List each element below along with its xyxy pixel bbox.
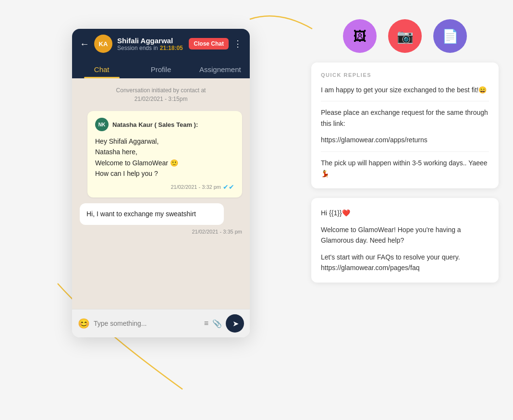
- quick-reply-2[interactable]: Please place an exchange request for the…: [321, 107, 489, 129]
- second-line-1[interactable]: Hi {{1}}❤️: [321, 208, 489, 218]
- message-text: Hey Shifali Aggarwal, Natasha here, Welc…: [95, 136, 234, 179]
- image-button[interactable]: 🖼: [343, 19, 377, 53]
- emoji-button[interactable]: 😊: [78, 318, 90, 329]
- send-button[interactable]: ➤: [226, 314, 244, 333]
- sender-name: Natasha Kaur ( Sales Team ):: [112, 121, 198, 128]
- close-chat-button[interactable]: Close Chat: [189, 38, 229, 49]
- camera-button[interactable]: 📷: [388, 19, 422, 53]
- tab-profile[interactable]: Profile: [131, 59, 190, 78]
- quick-reply-1[interactable]: I am happy to get your size exchanged to…: [321, 85, 489, 95]
- session-label: Session ends in: [117, 45, 158, 51]
- incoming-bubble: Hi, I want to exchange my sweatshirt: [80, 203, 224, 225]
- camera-icon: 📷: [397, 28, 414, 44]
- incoming-message: Hi, I want to exchange my sweatshirt 21/…: [80, 203, 242, 235]
- session-info: Session ends in 21:18:05: [117, 45, 184, 51]
- attach-icon[interactable]: 📎: [212, 319, 222, 328]
- icon-buttons-row: 🖼 📷 📄: [311, 19, 499, 53]
- back-button[interactable]: ←: [80, 38, 89, 49]
- conversation-init: Conversation initiated by contact at 21/…: [80, 86, 242, 103]
- divider-2: [321, 151, 489, 152]
- list-icon[interactable]: ≡: [204, 319, 208, 328]
- quick-reply-link[interactable]: https://glamowear.com/apps/returns: [321, 135, 489, 145]
- document-icon: 📄: [442, 28, 459, 44]
- chat-widget: ← KA Shifali Aggarwal Session ends in 21…: [72, 29, 250, 337]
- header-info: Shifali Aggarwal Session ends in 21:18:0…: [117, 37, 184, 51]
- message-input[interactable]: [94, 320, 200, 327]
- right-panel: 🖼 📷 📄 QUICK REPLIES I am happy to get yo…: [311, 19, 499, 283]
- second-quick-reply-card: Hi {{1}}❤️ Welcome to GlamoWear! Hope yo…: [311, 198, 499, 283]
- chat-input-bar: 😊 ≡ 📎 ➤: [72, 309, 250, 337]
- chat-header: ← KA Shifali Aggarwal Session ends in 21…: [72, 29, 250, 59]
- message-sender: NK Natasha Kaur ( Sales Team ):: [95, 118, 234, 131]
- session-timer: 21:18:05: [160, 45, 183, 51]
- avatar: KA: [94, 35, 112, 53]
- divider: [321, 101, 489, 101]
- agent-message-bubble: NK Natasha Kaur ( Sales Team ): Hey Shif…: [87, 111, 242, 198]
- second-line-3[interactable]: Let's start with our FAQs to resolve you…: [321, 252, 489, 273]
- quick-replies-card: QUICK REPLIES I am happy to get your siz…: [311, 62, 499, 188]
- tab-assignement[interactable]: Assignement: [191, 59, 250, 78]
- incoming-time: 21/02/2021 - 3:35 pm: [80, 229, 242, 235]
- send-icon: ➤: [232, 319, 239, 328]
- agent-avatar: NK: [95, 118, 109, 131]
- quick-reply-3[interactable]: The pick up will happen within 3-5 worki…: [321, 158, 489, 179]
- document-button[interactable]: 📄: [433, 19, 467, 53]
- more-button[interactable]: ⋮: [233, 38, 242, 49]
- chat-body: Conversation initiated by contact at 21/…: [72, 78, 250, 309]
- second-line-2[interactable]: Welcome to GlamoWear! Hope you're having…: [321, 224, 489, 246]
- quick-replies-label: QUICK REPLIES: [321, 72, 489, 78]
- double-tick-icon: ✔✔: [223, 183, 234, 191]
- tab-chat[interactable]: Chat: [72, 59, 131, 78]
- message-time: 21/02/2021 - 3:32 pm ✔✔: [95, 183, 234, 191]
- contact-name: Shifali Aggarwal: [117, 37, 184, 45]
- chat-tabs: Chat Profile Assignement: [72, 59, 250, 78]
- image-icon: 🖼: [353, 28, 366, 44]
